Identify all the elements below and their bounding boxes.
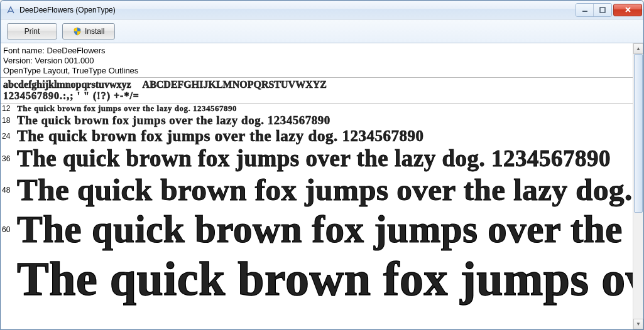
version-row: Version: Version 001.000	[3, 56, 630, 66]
sample-text: The quick brown fox jumps over the lazy …	[17, 104, 237, 114]
install-button[interactable]: Install	[62, 23, 115, 40]
charset-lower: abcdefghijklmnopqrstuvwxyz	[3, 79, 131, 90]
print-label: Print	[25, 27, 40, 36]
scroll-track[interactable]	[633, 54, 643, 319]
size-label: 60	[2, 225, 17, 234]
print-button[interactable]: Print	[7, 23, 57, 40]
font-name-label: Font name:	[3, 46, 45, 55]
vertical-scrollbar[interactable]: ▲ ▼	[633, 43, 643, 329]
sample-text: The quick brown fox jumps over the lazy …	[17, 145, 611, 172]
titlebar[interactable]: DeeDeeFlowers (OpenType)	[1, 1, 643, 19]
toolbar: Print Install	[1, 19, 643, 43]
charset-upper: ABCDEFGHIJKLMNOPQRSTUVWXYZ	[143, 79, 327, 90]
uac-shield-icon	[73, 27, 82, 36]
font-metadata: Font name: DeeDeeFlowers Version: Versio…	[1, 43, 633, 78]
install-label: Install	[85, 27, 104, 36]
app-icon	[6, 5, 16, 15]
sample-row-18: 18 The quick brown fox jumps over the la…	[1, 114, 633, 127]
window-controls	[576, 3, 642, 17]
scroll-down-button[interactable]: ▼	[633, 319, 643, 329]
sample-list: 12 The quick brown fox jumps over the la…	[1, 104, 633, 306]
version-value: Version 001.000	[35, 56, 94, 65]
scroll-up-button[interactable]: ▲	[633, 43, 643, 54]
close-button[interactable]	[613, 4, 642, 16]
maximize-button[interactable]	[594, 4, 611, 16]
sample-row-36: 36 The quick brown fox jumps over the la…	[1, 145, 633, 172]
window-title: DeeDeeFlowers (OpenType)	[19, 6, 576, 14]
font-name-row: Font name: DeeDeeFlowers	[3, 46, 630, 56]
sample-row-48: 48 The quick brown fox jumps over the la…	[1, 172, 633, 208]
tech-row: OpenType Layout, TrueType Outlines	[3, 66, 630, 76]
font-name-value: DeeDeeFlowers	[46, 46, 105, 55]
size-label: 48	[2, 186, 17, 194]
preview-pane: Font name: DeeDeeFlowers Version: Versio…	[1, 43, 633, 329]
font-preview-window: DeeDeeFlowers (OpenType) Print	[0, 0, 644, 330]
sample-row-72: The quick brown fox jumps over the lazy …	[1, 252, 633, 306]
sample-text: The quick brown fox jumps over the lazy …	[17, 208, 633, 252]
charset-block: abcdefghijklmnopqrstuvwxyzABCDEFGHIJKLMN…	[1, 78, 633, 104]
sample-text: The quick brown fox jumps over the lazy …	[17, 114, 330, 127]
svg-rect-1	[600, 8, 605, 13]
size-label: 36	[2, 154, 17, 163]
charset-symbols: 1234567890.:,; ' " (!?) +-*/=	[3, 90, 630, 102]
sample-text: The quick brown fox jumps over the lazy …	[17, 127, 423, 145]
minimize-button[interactable]	[576, 4, 594, 16]
scroll-thumb[interactable]	[634, 54, 643, 213]
size-label: 24	[2, 132, 17, 141]
sample-row-60: 60 The quick brown fox jumps over the la…	[1, 208, 633, 252]
sample-row-24: 24 The quick brown fox jumps over the la…	[1, 127, 633, 145]
version-label: Version:	[3, 56, 33, 65]
size-label: 12	[2, 104, 17, 113]
size-label: 18	[2, 116, 17, 125]
charset-alpha: abcdefghijklmnopqrstuvwxyzABCDEFGHIJKLMN…	[3, 79, 630, 90]
content-area: Font name: DeeDeeFlowers Version: Versio…	[1, 43, 643, 329]
sample-text: The quick brown fox jumps over the lazy …	[17, 172, 633, 208]
sample-text: The quick brown fox jumps over the lazy …	[17, 252, 633, 306]
sample-row-12: 12 The quick brown fox jumps over the la…	[1, 104, 633, 114]
